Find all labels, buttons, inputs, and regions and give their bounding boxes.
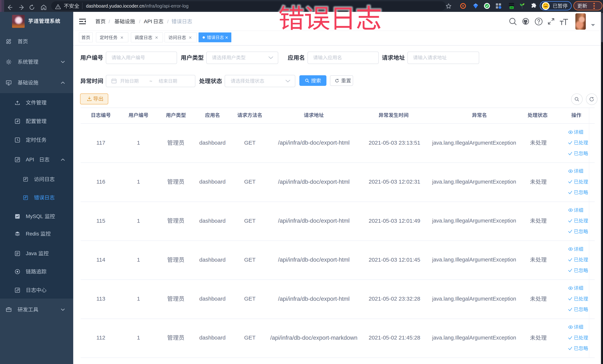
svg-text:on: on	[510, 7, 513, 9]
